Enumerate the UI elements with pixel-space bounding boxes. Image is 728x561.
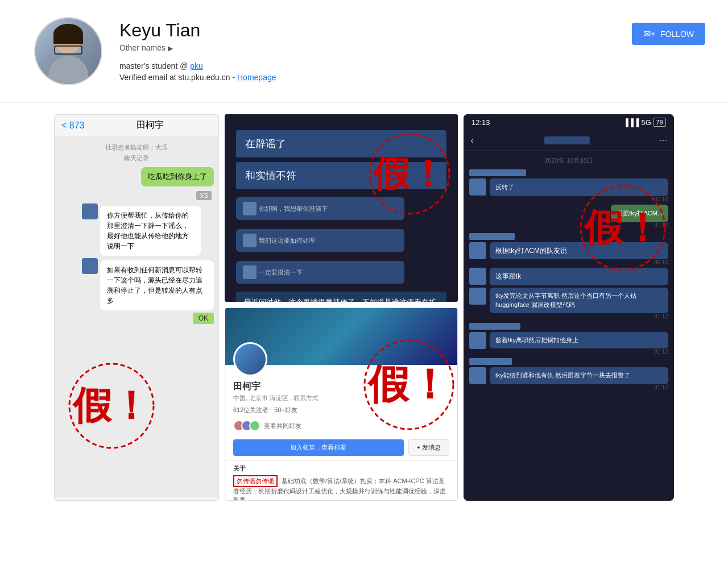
dark-bubble-text-3: 一定要澄清一下 [259, 268, 303, 277]
mini-avatar [243, 202, 257, 215]
mutual-avatars [233, 420, 260, 431]
phone-avatar-1 [469, 178, 486, 196]
fake-stamp-3: 假！ [577, 182, 668, 273]
about-content: 勿传谣勿传谣 基础功底（数学/算法/系统）扎实；本科 ACM-ICPC 算法竞赛… [233, 475, 449, 500]
mini-avatar-2 [243, 234, 257, 247]
profile-follow-button[interactable]: 加入领英，查看档案 [233, 439, 404, 456]
dark-bubble-text-2: 我们这边要如何处理 [259, 236, 315, 245]
dark-bubble-text-1: 你好啊，我想帮你澄清下 [259, 205, 328, 213]
phone-msg-row-5: tky能猜到谁和他有仇 然后跟着字节一块去报警了 01:12 [469, 367, 668, 390]
email-text: Verified email at stu.pku.edu.cn - [119, 73, 237, 82]
signal-icon: ▐▐▐ [623, 118, 639, 127]
phone-nav-bar: ‹ ··· [464, 130, 674, 151]
middle-column: 在辟谣了 和实情不符 你好啊，我想帮你澄清下 我们这边要如何处理 [225, 114, 458, 501]
fake-stamp-1: 假！ [66, 360, 157, 451]
phone-avatar-3 [469, 268, 486, 285]
phone-ts-5: 01:12 [490, 384, 668, 390]
fake-stamp-4-container: 假！ [361, 336, 457, 433]
profile-page-actions: 加入领英，查看档案 + 发消息 [225, 435, 457, 460]
xs-badge: XS [196, 191, 212, 200]
profile-affiliation: master's student @ pku [119, 61, 705, 70]
phone-avatar-4 [469, 288, 486, 305]
chat-meta-2: 聊天记录 [59, 154, 214, 163]
chat-title: 田柯宇 [89, 119, 212, 131]
ok-badge-container: OK [59, 313, 214, 323]
battery-indicator: 79 [653, 118, 666, 127]
phone-msg-row-3: tky发完论文从字节离职 然后这个当口有另一个人钻 huggingface 漏洞… [469, 288, 668, 319]
follow-button[interactable]: ✉+ FOLLOW [632, 23, 705, 45]
about-title: 关于 [233, 464, 449, 473]
fake-stamp-3-container: 假！ [577, 182, 668, 273]
phone-avatar-6 [469, 367, 486, 384]
phone-panel: 12:13 ▐▐▐ 5G 79 ‹ ··· 2024年 10月18日 [464, 114, 674, 501]
blurred-name-4 [469, 358, 512, 365]
profile-message-button[interactable]: + 发消息 [408, 439, 449, 456]
sender-avatar [82, 203, 98, 219]
chat-header: < 873 田柯宇 [55, 115, 218, 136]
blurred-name-2 [469, 233, 515, 240]
mini-avatar-3 [243, 265, 257, 279]
fake-stamp-2: 假！ [367, 131, 452, 217]
chat-meta-1: 社恐患者杨老师：大瓜 [59, 143, 214, 152]
followers-count: 612位关注者 [233, 406, 268, 414]
fake-text-1: 假！ [73, 380, 150, 432]
chat-count: 873 [69, 120, 85, 130]
fake-stamp-2-container: 假！ [367, 131, 452, 217]
bubble-left-1: 你方便帮我忙，从传给你的那里澄清一下辟一下谣么，最好他也能从传给他的地方说明一下 [100, 206, 201, 256]
follow-label: FOLLOW [660, 30, 694, 39]
avatar-glasses [54, 45, 82, 55]
affiliation-link[interactable]: pku [190, 61, 203, 70]
avatar-image [35, 18, 101, 84]
phone-ts-3: 01:12 [490, 313, 668, 319]
phone-name-row-1 [469, 169, 668, 176]
affiliation-text: master's student @ [119, 61, 190, 70]
other-names-label: Other names [119, 43, 166, 52]
phone-status-bar: 12:13 ▐▐▐ 5G 79 [464, 114, 674, 130]
profile-email: Verified email at stu.pku.edu.cn - Homep… [119, 73, 705, 82]
fake-stamp-4: 假！ [361, 336, 457, 433]
chat-bubble-right-1: 吃瓜吃到你身上了 [59, 165, 214, 189]
other-names-arrow: ▶ [168, 44, 173, 52]
fwd-text: 反转了 [495, 184, 514, 190]
phone-time: 12:13 [471, 118, 490, 127]
other-names[interactable]: Other names ▶ [119, 43, 705, 52]
contact-name-bar [544, 136, 590, 144]
chat-body: 社恐患者杨老师：大瓜 聊天记录 吃瓜吃到你身上了 XS 你方便帮我忙，从传给你的… [55, 136, 218, 497]
phone-signals: ▐▐▐ 5G 79 [623, 118, 666, 127]
back-arrow: < [61, 120, 69, 130]
phone-avatar-2 [469, 242, 486, 259]
fake-text-4: 假！ [368, 358, 450, 412]
blurred-name-1 [469, 169, 526, 176]
phone-avatar-5 [469, 332, 486, 349]
profile-header: Keyu Tian Other names ▶ master's student… [0, 0, 728, 103]
phone-bubble-4: 趁着tky离职然后把锅扣他身上 [490, 332, 668, 348]
dark-bubble-3: 一定要澄清一下 [236, 261, 404, 284]
chat-back-button[interactable]: < 873 [61, 120, 85, 131]
phone-bubble-3: tky发完论文从字节离职 然后这个当口有另一个人钻 huggingface 漏洞… [490, 288, 668, 313]
phone-name-row-3 [469, 323, 668, 330]
dark-bubble-2: 我们这边要如何处理 [236, 229, 404, 252]
phone-back-arrow[interactable]: ‹ [470, 134, 474, 147]
phone-contact-name [474, 136, 660, 144]
phone-ts-4: 01:12 [490, 348, 668, 355]
follow-icon: ✉+ [643, 28, 656, 39]
rumor-box: 勿传谣勿传谣 [233, 475, 278, 487]
sender-avatar-2 [82, 258, 98, 274]
profile-page-avatar [233, 342, 267, 376]
mutual-avatar-3 [249, 420, 260, 431]
profile-info: Keyu Tian Other names ▶ master's student… [119, 17, 705, 82]
profile-name: Keyu Tian [119, 20, 705, 41]
bubble-right-1: 吃瓜吃到你身上了 [141, 167, 214, 186]
phone-msg-2: 这事跟tk [495, 272, 521, 280]
signal-type: 5G [641, 118, 651, 127]
homepage-link[interactable]: Homepage [237, 73, 276, 82]
following-count: 50+好友 [274, 406, 297, 414]
bubble-text-2: 如果有收到任何新消息可以帮转一下这个吗，源头已经在尽力追溯和停止了，但是转发的人… [107, 266, 202, 305]
dark-text-bottom: 最近问过他，这个事情很早就传了，不知道是谁这俩天在扩大 [236, 292, 446, 302]
mutual-friends-text: 查看共同好友 [264, 422, 301, 430]
avatar [34, 17, 102, 85]
phone-bubble-5: tky能猜到谁和他有仇 然后跟着字节一块去报警了 [490, 367, 668, 384]
fake-text-2: 假！ [373, 149, 446, 199]
phone-more-icon[interactable]: ··· [660, 135, 667, 146]
phone-date: 2024年 10月18日 [469, 156, 668, 165]
